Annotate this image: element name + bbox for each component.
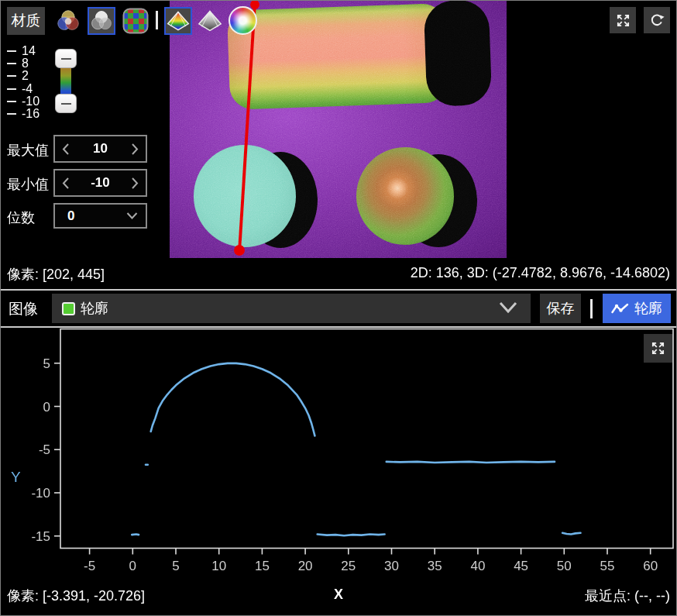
svg-text:30: 30 [384, 559, 399, 573]
refresh-icon [649, 12, 665, 28]
chevron-right-icon[interactable] [131, 143, 139, 156]
rgb-color-icon[interactable] [54, 7, 82, 35]
refresh-view-button[interactable] [644, 7, 670, 33]
min-value-stepper[interactable]: -10 [53, 169, 147, 197]
coordinate-readout: 2D: 136, 3D: (-27.4782, 8.9676, -14.6802… [411, 265, 670, 281]
svg-text:25: 25 [341, 559, 356, 573]
y-axis-label: Y [11, 469, 21, 486]
expand-view-button[interactable] [610, 7, 636, 33]
svg-text:10: 10 [211, 559, 226, 573]
max-value-stepper[interactable]: 10 [53, 135, 147, 163]
material-panel-title: 材质 [7, 7, 45, 35]
svg-text:35: 35 [428, 559, 442, 573]
rgb-gray-icon[interactable] [88, 7, 115, 35]
scale-max-handle[interactable] [55, 49, 77, 68]
svg-text:-5: -5 [84, 559, 95, 573]
svg-text:-5: -5 [39, 442, 50, 457]
pixel-readout: 像素: [202, 445] [7, 265, 105, 284]
height-gray-icon[interactable] [196, 7, 224, 35]
svg-text:20: 20 [298, 559, 313, 573]
chevron-left-icon[interactable] [62, 143, 70, 156]
max-value: 10 [93, 141, 108, 157]
expand-icon [616, 13, 631, 28]
min-value-label: 最小值 [7, 175, 49, 194]
line-chart-icon [611, 303, 629, 315]
nearest-point-readout: 最近点: (--, --) [585, 587, 670, 605]
scale-tick: -16 [7, 106, 40, 122]
svg-text:-15: -15 [31, 529, 50, 544]
svg-text:15: 15 [255, 559, 270, 573]
scan-image-view[interactable] [170, 1, 507, 258]
profile-series-plateau [387, 462, 555, 463]
svg-text:40: 40 [470, 559, 485, 573]
toolbar-separator [156, 11, 158, 29]
color-wheel-icon[interactable] [229, 6, 257, 35]
height-rainbow-icon[interactable] [164, 7, 192, 35]
chart-expand-button[interactable] [644, 334, 672, 363]
bar-separator [590, 299, 593, 318]
svg-text:0: 0 [129, 559, 136, 573]
app-window: 材质 [0, 0, 677, 616]
svg-text:0: 0 [43, 400, 50, 415]
chevron-down-icon [498, 301, 518, 314]
layer-dropdown-value: 轮廓 [81, 299, 108, 318]
profile-button[interactable]: 轮廓 [603, 294, 671, 323]
layer-dropdown[interactable]: 轮廓 [52, 294, 531, 323]
expand-icon [651, 341, 665, 356]
scale-gradient [60, 67, 71, 95]
max-value-label: 最大值 [7, 141, 49, 160]
layer-color-swatch-icon [62, 302, 75, 315]
material-status-bar: 像素: [202, 445] 2D: 136, 3D: (-27.4782, 8… [1, 259, 676, 289]
profile-series-mid-base [318, 535, 385, 536]
profile-chart-panel: -505101520253035404550556050-5-10-15 Y [1, 328, 677, 578]
profile-button-label: 轮廓 [634, 299, 662, 318]
profile-series-right-base [562, 533, 580, 535]
bayer-grid-icon[interactable] [122, 7, 149, 35]
svg-text:55: 55 [600, 559, 615, 573]
min-value: -10 [91, 175, 110, 191]
digits-dropdown[interactable]: 0 [53, 203, 147, 229]
svg-text:5: 5 [172, 559, 179, 573]
svg-text:50: 50 [557, 559, 572, 573]
chevron-down-icon [126, 212, 138, 219]
svg-text:45: 45 [514, 559, 528, 573]
digits-value: 0 [67, 208, 74, 224]
chart-status-bar: 像素: [-3.391, -20.726] X 最近点: (--, --) [1, 578, 676, 615]
save-button[interactable]: 保存 [540, 294, 581, 323]
digits-label: 位数 [7, 208, 35, 227]
svg-text:-10: -10 [31, 486, 50, 501]
profile-series-cylinder-arc [151, 363, 315, 436]
noise-texture [170, 1, 507, 258]
chevron-right-icon[interactable] [131, 177, 139, 190]
scale-min-handle[interactable] [55, 94, 77, 113]
profile-plot[interactable]: -505101520253035404550556050-5-10-15 [1, 328, 677, 578]
svg-text:60: 60 [643, 559, 658, 573]
profile-series-left-base [132, 535, 139, 535]
chevron-left-icon[interactable] [62, 177, 70, 190]
svg-text:5: 5 [43, 356, 50, 371]
image-label: 图像 [9, 299, 38, 319]
image-toolbar: 图像 轮廓 保存 轮廓 [1, 291, 676, 326]
x-axis-label: X [1, 587, 676, 603]
